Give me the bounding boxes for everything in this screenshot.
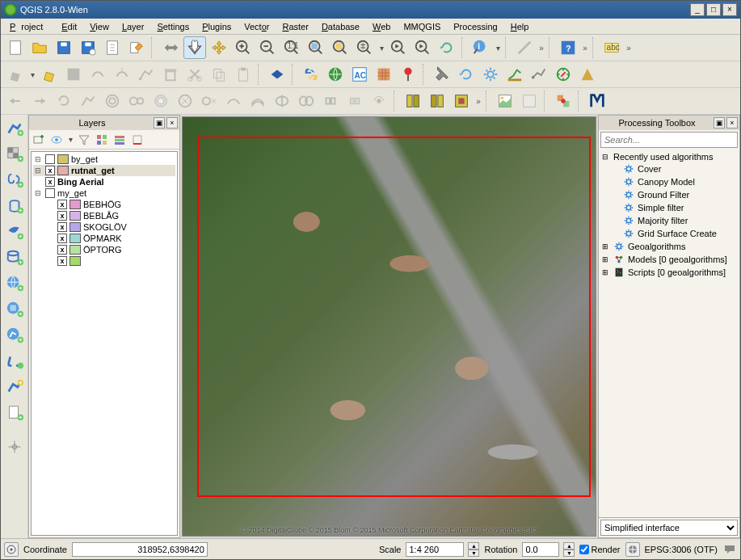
processing-scripts-group[interactable]: ⊞Scripts [0 geoalgorithms] — [600, 266, 738, 279]
results-viewer-button[interactable] — [503, 63, 526, 86]
minimize-button[interactable]: _ — [690, 3, 705, 16]
gps-tool-button[interactable] — [2, 435, 27, 459]
rotation-down-button[interactable]: ▼ — [563, 549, 575, 557]
algorithm-majority-filter[interactable]: Majority filter — [600, 214, 738, 227]
unknown-tool-button[interactable] — [586, 90, 608, 112]
collapse-all-button[interactable] — [112, 132, 128, 148]
expand-all-button[interactable] — [94, 132, 110, 148]
move-feature-button[interactable] — [111, 63, 133, 86]
epsg-label[interactable]: EPSG:3006 (OTF) — [645, 545, 718, 554]
options-button[interactable] — [479, 63, 502, 86]
autocorrect-button[interactable]: AC — [348, 63, 371, 86]
raster-2-button[interactable] — [518, 90, 541, 112]
save-edits-button[interactable] — [62, 63, 85, 86]
toolbox-button[interactable] — [431, 63, 453, 86]
rotate-button[interactable] — [53, 90, 75, 112]
toggle-editing-button[interactable] — [38, 63, 61, 86]
processing-search-input[interactable] — [600, 132, 738, 148]
layer-rutnat-get[interactable]: ⊟rutnat_get — [33, 165, 175, 176]
layers-undock-button[interactable]: ▣ — [154, 117, 165, 128]
scale-up-button[interactable]: ▲ — [468, 542, 479, 549]
add-spatialite-button[interactable] — [2, 194, 27, 218]
raster-1-button[interactable] — [494, 90, 516, 112]
rotate-point-button[interactable] — [368, 90, 390, 112]
label-tool-button[interactable]: abc — [600, 36, 623, 59]
zoom-last-button[interactable] — [387, 36, 410, 59]
zoom-dropdown-icon[interactable]: ▾ — [377, 44, 385, 53]
split-parts-button[interactable] — [295, 90, 318, 112]
messages-button[interactable] — [722, 542, 737, 557]
composer-manager-button[interactable] — [125, 36, 148, 59]
add-wcs-button[interactable] — [2, 297, 27, 322]
layer-skoglöv[interactable]: SKOGLÖV — [33, 221, 175, 233]
fill-ring-button[interactable] — [149, 90, 172, 112]
remove-layer-button[interactable] — [129, 132, 145, 148]
menu-database[interactable]: Database — [316, 20, 365, 33]
menu-help[interactable]: Help — [505, 20, 535, 33]
manage-visibility-button[interactable] — [48, 132, 65, 148]
help-dropdown-icon[interactable]: » — [581, 44, 589, 53]
layers-close-button[interactable]: × — [166, 117, 178, 128]
scale-input[interactable] — [406, 542, 464, 557]
delete-selected-button[interactable] — [159, 63, 182, 86]
rotation-up-button[interactable]: ▲ — [563, 542, 575, 549]
zoom-in-button[interactable] — [232, 36, 255, 59]
layer-bing-aerial[interactable]: Bing Aerial — [33, 176, 175, 187]
menu-raster[interactable]: Raster — [276, 20, 314, 33]
processing-undock-button[interactable]: ▣ — [714, 117, 725, 128]
processing-close-button[interactable]: × — [726, 117, 738, 128]
undo-button[interactable] — [4, 90, 27, 112]
cut-button[interactable] — [183, 63, 206, 86]
menu-processing[interactable]: Processing — [448, 20, 503, 33]
layer-beblåg[interactable]: BEBLÅG — [33, 210, 175, 221]
render-checkbox[interactable] — [579, 545, 589, 554]
identify-button[interactable]: i — [469, 36, 492, 59]
python-console-button[interactable] — [300, 63, 322, 86]
menu-settings[interactable]: Settings — [151, 20, 195, 33]
add-raster-button[interactable] — [2, 142, 27, 166]
add-ring-button[interactable] — [101, 90, 124, 112]
maximize-button[interactable]: □ — [706, 3, 721, 16]
algorithm-grid-surface-create[interactable]: Grid Surface Create — [600, 227, 738, 240]
add-wms-button[interactable] — [2, 272, 27, 296]
simplify-button[interactable] — [77, 90, 99, 112]
add-mssql-button[interactable] — [2, 220, 27, 244]
add-oracle-button[interactable] — [2, 246, 27, 270]
layer-bebhög[interactable]: BEBHÖG — [33, 199, 175, 210]
menu-project[interactable]: Project — [4, 20, 54, 33]
lastools-2-button[interactable] — [426, 90, 448, 112]
merge-button[interactable] — [319, 90, 342, 112]
map-canvas[interactable]: © 2014 DigitalGlobe © 2015 Blom © 2015 M… — [182, 116, 596, 537]
coordinate-input[interactable] — [72, 542, 208, 557]
menu-edit[interactable]: Edit — [56, 20, 82, 33]
crs-status-button[interactable] — [625, 542, 640, 557]
redo-button[interactable] — [28, 90, 51, 112]
layer-by-get[interactable]: ⊟by_get — [33, 154, 175, 165]
zoom-selection-button[interactable] — [329, 36, 352, 59]
filter-legend-button[interactable] — [76, 132, 92, 148]
menu-layer[interactable]: Layer — [116, 20, 150, 33]
grass-button[interactable] — [576, 63, 599, 86]
add-part-button[interactable] — [125, 90, 148, 112]
delete-ring-button[interactable] — [174, 90, 196, 112]
merge-attrs-button[interactable] — [343, 90, 366, 112]
menu-plugins[interactable]: Plugins — [196, 20, 237, 33]
add-feature-button[interactable] — [86, 63, 109, 86]
new-print-composer-button[interactable] — [101, 36, 124, 59]
new-project-button[interactable] — [4, 36, 27, 59]
rotation-input[interactable] — [522, 542, 559, 557]
lastools-3-button[interactable] — [450, 90, 473, 112]
layer-öpmark[interactable]: ÖPMARK — [33, 233, 175, 244]
commander-button[interactable] — [552, 63, 575, 86]
menu-vector[interactable]: Vector — [238, 20, 275, 33]
label-dropdown-icon[interactable]: » — [625, 44, 633, 53]
topology-button[interactable] — [552, 90, 575, 112]
layer-tree[interactable]: ⊟by_get ⊟rutnat_get Bing Aerial ⊟my_get … — [31, 151, 178, 536]
refresh-button[interactable] — [436, 36, 458, 59]
offset-curve-button[interactable] — [246, 90, 269, 112]
measure-button[interactable] — [513, 36, 536, 59]
open-project-button[interactable] — [28, 36, 51, 59]
algorithm-cover[interactable]: Cover — [600, 162, 738, 175]
algorithm-ground-filter[interactable]: Ground Filter — [600, 188, 738, 201]
add-group-button[interactable] — [31, 132, 47, 148]
